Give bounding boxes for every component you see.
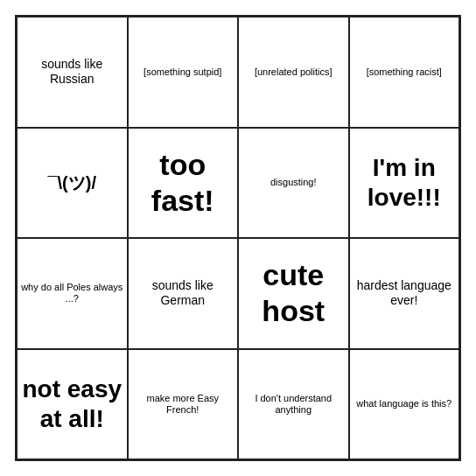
cell-text-r2c3: hardest language ever! — [354, 278, 456, 308]
bingo-cell-r1c0: ¯\(ツ)/ — [17, 128, 128, 239]
cell-text-r0c2: [unrelated politics] — [255, 66, 332, 78]
bingo-cell-r2c1: sounds like German — [128, 238, 239, 349]
bingo-cell-r2c3: hardest language ever! — [349, 238, 460, 349]
cell-text-r3c0: not easy at all! — [21, 374, 123, 433]
bingo-cell-r3c1: make more Easy French! — [128, 349, 239, 460]
cell-text-r2c2: cute host — [242, 257, 345, 329]
cell-text-r0c3: [something racist] — [367, 66, 442, 78]
cell-text-r1c3: I'm in love!!! — [354, 153, 456, 212]
cell-text-r1c0: ¯\(ツ)/ — [48, 172, 96, 193]
bingo-board: sounds like Russian[something sutpid][un… — [15, 15, 461, 461]
bingo-cell-r0c1: [something sutpid] — [128, 17, 239, 128]
cell-text-r2c0: why do all Poles always ...? — [21, 282, 123, 304]
cell-text-r3c1: make more Easy French! — [132, 393, 234, 416]
bingo-cell-r1c2: disgusting! — [238, 128, 349, 239]
bingo-cell-r1c3: I'm in love!!! — [349, 128, 460, 239]
cell-text-r1c1: too fast! — [132, 147, 234, 219]
bingo-cell-r0c3: [something racist] — [349, 17, 460, 128]
cell-text-r2c1: sounds like German — [132, 278, 234, 308]
bingo-cell-r3c0: not easy at all! — [17, 349, 128, 460]
bingo-grid: sounds like Russian[something sutpid][un… — [17, 17, 459, 459]
cell-text-r0c1: [something sutpid] — [144, 66, 221, 78]
bingo-cell-r2c2: cute host — [238, 238, 349, 349]
bingo-cell-r1c1: too fast! — [128, 128, 239, 239]
cell-text-r3c2: I don't understand anything — [242, 393, 345, 416]
bingo-cell-r3c2: I don't understand anything — [238, 349, 349, 460]
bingo-cell-r3c3: what language is this? — [349, 349, 460, 460]
bingo-cell-r2c0: why do all Poles always ...? — [17, 238, 128, 349]
cell-text-r3c3: what language is this? — [356, 398, 452, 410]
cell-text-r1c2: disgusting! — [270, 177, 317, 188]
bingo-cell-r0c0: sounds like Russian — [17, 17, 128, 128]
cell-text-r0c0: sounds like Russian — [21, 57, 123, 87]
bingo-cell-r0c2: [unrelated politics] — [238, 17, 349, 128]
